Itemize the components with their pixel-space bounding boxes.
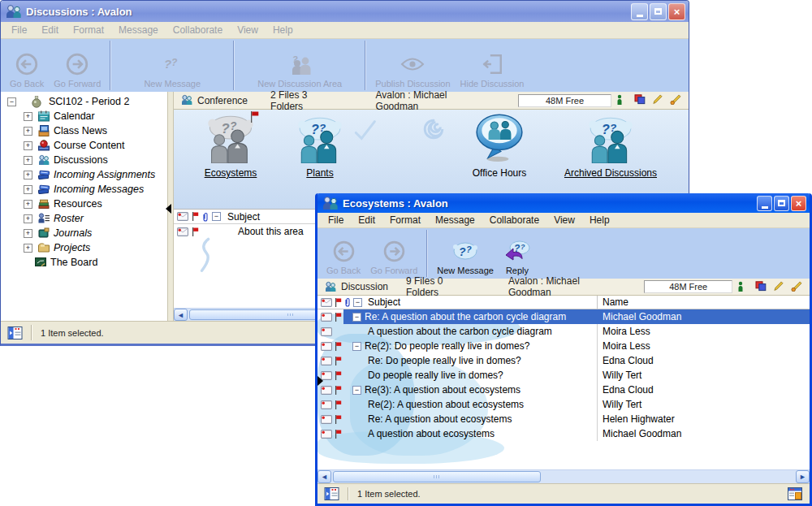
- collapse-icon[interactable]: −: [7, 97, 16, 106]
- column-header[interactable]: − Subject Name: [317, 296, 810, 309]
- sidebar-item-incoming-messages[interactable]: + Incoming Messages: [1, 182, 167, 197]
- name-column-header[interactable]: Name: [597, 296, 810, 309]
- new-message-button[interactable]: ?? New Message: [434, 237, 496, 276]
- message-row[interactable]: −Re(2): Do people really live in domes? …: [317, 339, 810, 353]
- person-online-icon[interactable]: [616, 94, 628, 106]
- desktop-item-archived-discussions[interactable]: ?? Archived Discussions: [554, 115, 667, 179]
- expand-icon[interactable]: +: [24, 200, 32, 209]
- message-row[interactable]: A question about the carbon cycle diagra…: [317, 324, 810, 339]
- sidebar-item-class-news[interactable]: + Class News: [1, 123, 167, 138]
- collapse-all-icon[interactable]: −: [212, 212, 221, 221]
- sidebar-item-course-content[interactable]: + Course Content: [1, 138, 167, 153]
- menu-view[interactable]: View: [230, 23, 266, 37]
- desktop-item-plants[interactable]: ?? Plants: [278, 115, 362, 179]
- desktop-item-ecosystems[interactable]: ?? Ecosystems: [188, 113, 273, 179]
- sidebar-item-incoming-assignments[interactable]: + Incoming Assignments: [1, 167, 167, 182]
- pane-layout-icon[interactable]: [7, 327, 23, 339]
- pencil-key-icon[interactable]: [791, 281, 803, 293]
- titlebar-discussions[interactable]: Discussions : Avalon ×: [1, 1, 689, 22]
- menu-view[interactable]: View: [546, 213, 582, 227]
- expand-icon[interactable]: +: [24, 112, 32, 121]
- message-row[interactable]: Re(2): A question about ecosystems Willy…: [317, 397, 810, 412]
- menu-message[interactable]: Message: [428, 213, 482, 227]
- publish-discussion-button[interactable]: Publish Discussion: [373, 50, 452, 89]
- sidebar-item-journals[interactable]: + Journals: [1, 226, 167, 240]
- minimize-button[interactable]: [757, 196, 772, 211]
- subject-column-header[interactable]: Subject: [365, 296, 400, 308]
- expand-icon[interactable]: +: [24, 141, 32, 150]
- pencil-icon[interactable]: [652, 94, 664, 106]
- message-row[interactable]: A question about ecosystems Michael Good…: [317, 426, 810, 441]
- menu-format[interactable]: Format: [66, 23, 111, 37]
- sidebar-item-resources[interactable]: + Resources: [1, 197, 167, 211]
- menu-collaborate[interactable]: Collaborate: [166, 23, 230, 37]
- expand-icon[interactable]: +: [24, 185, 32, 194]
- person-online-icon[interactable]: [737, 281, 749, 293]
- expand-icon[interactable]: +: [24, 171, 32, 179]
- sidebar-item-discussions[interactable]: + Discussions: [1, 153, 167, 167]
- menu-help[interactable]: Help: [582, 213, 617, 227]
- sidebar-item-sci102[interactable]: − SCI102 - Period 2: [1, 94, 167, 109]
- go-back-button[interactable]: Go Back: [324, 237, 363, 276]
- sidebar-item-the-board[interactable]: The Board: [1, 255, 167, 270]
- expand-icon[interactable]: +: [24, 127, 32, 136]
- subject-column-header[interactable]: Subject: [224, 211, 260, 223]
- view-grid-icon[interactable]: [788, 487, 803, 500]
- pane-splitter[interactable]: [167, 92, 174, 321]
- titlebar-ecosystems[interactable]: Ecosystems : Avalon ×: [317, 193, 810, 213]
- office-hours-icon: [473, 111, 526, 163]
- minimize-button[interactable]: [631, 3, 648, 20]
- message-row[interactable]: Do people really live in domes? Willy Te…: [317, 368, 810, 383]
- pane-layout-icon[interactable]: [324, 487, 339, 500]
- menu-file[interactable]: File: [321, 213, 351, 227]
- menu-file[interactable]: File: [4, 23, 34, 37]
- layers-icon[interactable]: [634, 94, 646, 106]
- expand-icon[interactable]: +: [24, 214, 32, 223]
- hide-discussion-button[interactable]: Hide Discussion: [458, 50, 527, 89]
- desktop-item-office-hours[interactable]: Office Hours: [448, 111, 551, 179]
- sidebar-item-calendar[interactable]: + Calendar: [1, 109, 167, 123]
- scroll-thumb[interactable]: [333, 471, 541, 482]
- scroll-track[interactable]: [331, 470, 796, 483]
- scroll-right-icon[interactable]: ►: [796, 470, 810, 483]
- layers-icon[interactable]: [755, 281, 767, 293]
- close-button[interactable]: ×: [791, 196, 806, 211]
- message-row[interactable]: Re: Do people really live in domes? Edna…: [317, 353, 810, 368]
- maximize-button[interactable]: [774, 196, 789, 211]
- collapse-icon[interactable]: −: [352, 313, 361, 322]
- close-button[interactable]: ×: [668, 3, 685, 20]
- horizontal-scrollbar[interactable]: ◄ ►: [317, 469, 810, 483]
- message-row[interactable]: −Re(3): A question about ecosystems Edna…: [317, 383, 810, 397]
- go-forward-button[interactable]: Go Forward: [368, 237, 420, 276]
- expand-icon[interactable]: +: [24, 156, 32, 165]
- pencil-icon[interactable]: [773, 281, 785, 293]
- reply-button[interactable]: ?? Reply: [501, 237, 533, 276]
- menu-edit[interactable]: Edit: [351, 213, 382, 227]
- splitter-collapse-arrow-icon[interactable]: [166, 204, 171, 214]
- collapse-icon[interactable]: −: [352, 386, 361, 395]
- message-row[interactable]: Re: A question about ecosystems Helen Hi…: [317, 412, 810, 426]
- go-forward-button[interactable]: Go Forward: [51, 50, 103, 89]
- resources-books-icon: [37, 197, 51, 210]
- maximize-button[interactable]: [650, 3, 667, 20]
- menu-edit[interactable]: Edit: [34, 23, 66, 37]
- message-row[interactable]: −Re: A question about the carbon cycle d…: [317, 309, 810, 324]
- menu-help[interactable]: Help: [266, 23, 300, 37]
- pencil-key-icon[interactable]: [670, 94, 682, 106]
- expand-icon[interactable]: +: [24, 244, 32, 253]
- sidebar-item-projects[interactable]: + Projects: [1, 240, 167, 255]
- menu-collaborate[interactable]: Collaborate: [482, 213, 546, 227]
- row-icons: [317, 327, 343, 336]
- scroll-left-icon[interactable]: ◄: [317, 470, 331, 483]
- menu-format[interactable]: Format: [382, 213, 428, 227]
- scroll-left-icon[interactable]: ◄: [174, 309, 188, 321]
- new-message-button[interactable]: ?? New Message: [141, 50, 203, 89]
- collapse-all-icon[interactable]: −: [353, 298, 362, 307]
- new-discussion-area-button[interactable]: ? New Discussion Area: [255, 50, 344, 89]
- go-back-button[interactable]: Go Back: [7, 50, 46, 89]
- menu-message[interactable]: Message: [111, 23, 166, 37]
- splitter-arrow-icon[interactable]: [317, 376, 323, 386]
- collapse-icon[interactable]: −: [352, 342, 361, 351]
- sidebar-item-roster[interactable]: + Roster: [1, 211, 167, 226]
- expand-icon[interactable]: +: [24, 229, 32, 238]
